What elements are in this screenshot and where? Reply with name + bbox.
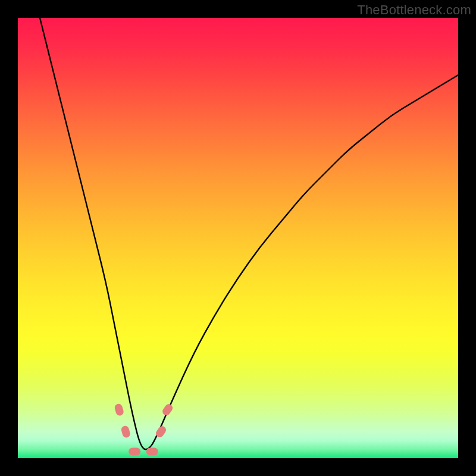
curve-layer: [18, 18, 458, 458]
markers-group: [114, 403, 174, 456]
marker-right-2: [161, 403, 174, 417]
chart-frame: TheBottleneck.com: [0, 0, 476, 476]
plot-area: [18, 18, 458, 458]
marker-bottom-1: [129, 447, 140, 455]
marker-bottom-2: [146, 447, 158, 455]
marker-left-1: [114, 403, 124, 416]
bottleneck-curve: [40, 18, 458, 449]
marker-left-2: [120, 425, 131, 439]
watermark-text: TheBottleneck.com: [357, 2, 471, 18]
